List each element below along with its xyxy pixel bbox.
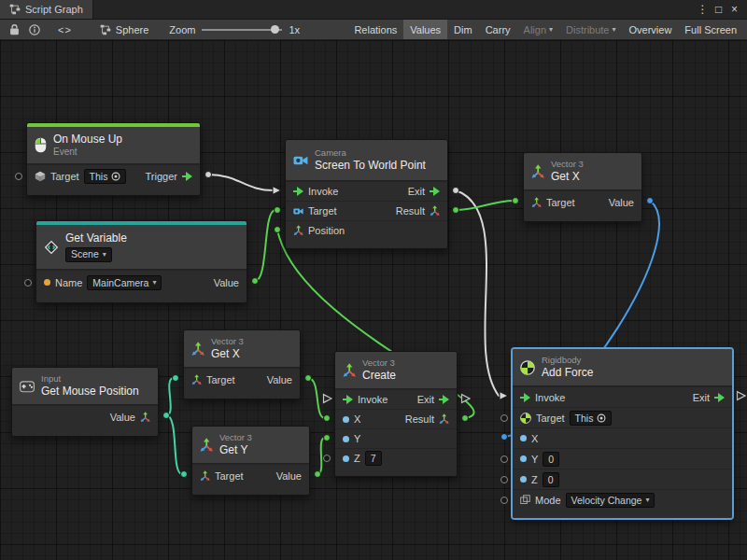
window-controls: ⋮ □ × bbox=[695, 0, 747, 19]
maximize-icon[interactable]: □ bbox=[711, 0, 726, 20]
window-menu-icon[interactable]: ⋮ bbox=[695, 0, 711, 20]
value-label: Value bbox=[609, 197, 634, 208]
node-add-force[interactable]: Rigidbody Add Force Invoke Exit Target T… bbox=[512, 348, 733, 519]
zoom-slider[interactable] bbox=[202, 24, 282, 35]
tab-script-graph[interactable]: Script Graph bbox=[0, 0, 93, 19]
camera-icon bbox=[293, 153, 308, 168]
port-endpoint[interactable] bbox=[501, 434, 508, 441]
port-endpoint[interactable] bbox=[324, 415, 331, 422]
z-input-port[interactable] bbox=[500, 476, 508, 483]
mode-input-port[interactable] bbox=[500, 497, 508, 504]
port-endpoint[interactable] bbox=[453, 207, 459, 214]
carry-button[interactable]: Carry bbox=[479, 20, 517, 39]
graph-toolbar: <> Sphere Zoom 1x Relations Values Dim C… bbox=[0, 20, 747, 40]
port-endpoint[interactable] bbox=[462, 415, 469, 422]
wire-trigger-to-invoke[interactable] bbox=[208, 175, 274, 190]
port-endpoint[interactable] bbox=[205, 172, 212, 178]
target-input-port[interactable] bbox=[15, 173, 22, 180]
z-input-port[interactable] bbox=[323, 455, 331, 462]
graph-canvas[interactable]: On Mouse Up Event Target This Trigger bbox=[0, 40, 747, 560]
wire-exit-to-addforce-invoke[interactable] bbox=[456, 190, 499, 396]
variable-scope-dropdown[interactable]: Scene ▾ bbox=[65, 247, 112, 262]
port-row: Invoke Exit bbox=[513, 386, 732, 407]
tab-title: Script Graph bbox=[25, 4, 83, 15]
flow-port-triangle[interactable] bbox=[462, 395, 471, 403]
chevron-down-icon: ▾ bbox=[152, 279, 156, 287]
port-row: Mode Velocity Change ▾ bbox=[513, 489, 732, 510]
port-endpoint[interactable] bbox=[324, 435, 331, 441]
flow-port-triangle[interactable] bbox=[324, 395, 332, 403]
node-category: Vector 3 bbox=[219, 432, 252, 443]
node-category: Vector 3 bbox=[362, 357, 396, 369]
wire-result-to-getx-target[interactable] bbox=[456, 201, 514, 210]
port-endpoint[interactable] bbox=[315, 471, 321, 478]
z-value-field[interactable]: 7 bbox=[365, 451, 382, 466]
port-endpoint[interactable] bbox=[252, 278, 259, 285]
port-row: Invoke Exit bbox=[335, 389, 457, 409]
wire-getx-to-create-x[interactable] bbox=[308, 378, 325, 418]
name-input-port[interactable] bbox=[24, 279, 32, 287]
node-get-variable[interactable]: Get Variable Scene ▾ Name MainCamera ▾ V… bbox=[35, 220, 247, 303]
close-icon[interactable]: × bbox=[726, 0, 742, 20]
relations-button[interactable]: Relations bbox=[347, 20, 403, 39]
trigger-label: Trigger bbox=[146, 171, 177, 182]
z-value-field[interactable]: 0 bbox=[543, 472, 559, 487]
target-label: Target bbox=[215, 470, 244, 482]
port-row: Z 7 bbox=[335, 448, 457, 468]
enum-icon bbox=[520, 495, 530, 505]
port-endpoint[interactable] bbox=[173, 375, 179, 382]
node-get-x-mid[interactable]: Vector 3 Get X Target Value bbox=[183, 329, 301, 399]
node-on-mouse-up[interactable]: On Mouse Up Event Target This Trigger bbox=[26, 122, 201, 196]
code-preview-button[interactable]: <> bbox=[58, 24, 72, 35]
flow-port-triangle[interactable] bbox=[738, 392, 746, 400]
vector3-type-icon bbox=[430, 205, 440, 217]
node-get-y[interactable]: Vector 3 Get Y Target Value bbox=[191, 426, 310, 496]
vector3-icon bbox=[191, 342, 204, 357]
port-row: Position bbox=[286, 220, 447, 240]
info-button[interactable] bbox=[24, 20, 45, 40]
graph-icon bbox=[9, 4, 21, 15]
dim-button[interactable]: Dim bbox=[447, 20, 479, 39]
target-input-port[interactable] bbox=[500, 414, 508, 422]
values-button[interactable]: Values bbox=[403, 20, 447, 39]
scope-value: Scene bbox=[71, 248, 99, 260]
wire-mousepos-to-gety[interactable] bbox=[166, 415, 182, 474]
lock-button[interactable] bbox=[4, 20, 24, 40]
port-row: Value bbox=[12, 405, 158, 427]
align-dropdown[interactable]: Align ▾ bbox=[517, 20, 559, 39]
node-create-vector3[interactable]: Vector 3 Create Invoke Exit X Result bbox=[334, 351, 458, 477]
port-endpoint[interactable] bbox=[453, 188, 459, 194]
port-endpoint[interactable] bbox=[163, 413, 170, 419]
port-endpoint[interactable] bbox=[513, 198, 519, 204]
vector3-type-icon bbox=[439, 413, 449, 425]
port-row: Target This bbox=[513, 407, 732, 427]
wire-mousepos-to-getx[interactable] bbox=[166, 378, 174, 415]
port-endpoint[interactable] bbox=[275, 207, 281, 214]
float-type-icon bbox=[520, 455, 527, 462]
zoom-slider-handle[interactable] bbox=[271, 25, 279, 34]
mode-dropdown[interactable]: Velocity Change ▾ bbox=[566, 493, 655, 508]
exit-label: Exit bbox=[417, 394, 434, 405]
invoke-label: Invoke bbox=[535, 392, 565, 403]
float-type-icon bbox=[520, 476, 527, 483]
y-value-field[interactable]: 0 bbox=[543, 452, 559, 467]
overview-button[interactable]: Overview bbox=[623, 20, 679, 39]
target-value-chip[interactable]: This bbox=[570, 411, 613, 426]
y-input-port[interactable] bbox=[500, 455, 508, 463]
fullscreen-button[interactable]: Full Screen bbox=[678, 20, 743, 39]
node-screen-to-world-point[interactable]: Camera Screen To World Point Invoke Exit… bbox=[285, 139, 448, 249]
distribute-dropdown[interactable]: Distribute ▾ bbox=[559, 20, 622, 39]
x-label: X bbox=[354, 413, 360, 425]
node-get-mouse-position[interactable]: Input Get Mouse Position Value bbox=[11, 367, 159, 437]
variable-name-dropdown[interactable]: MainCamera ▾ bbox=[87, 275, 162, 290]
wire-variable-to-target[interactable] bbox=[255, 210, 275, 281]
target-value-chip[interactable]: This bbox=[84, 169, 127, 184]
invoke-label: Invoke bbox=[358, 394, 388, 405]
port-endpoint[interactable] bbox=[305, 375, 312, 382]
port-endpoint[interactable] bbox=[275, 227, 281, 233]
port-endpoint[interactable] bbox=[181, 471, 188, 478]
vector3-icon bbox=[531, 164, 544, 179]
flow-arrow-icon bbox=[714, 393, 725, 402]
port-endpoint[interactable] bbox=[647, 198, 654, 204]
node-get-x-right[interactable]: Vector 3 Get X Target Value bbox=[523, 152, 642, 222]
